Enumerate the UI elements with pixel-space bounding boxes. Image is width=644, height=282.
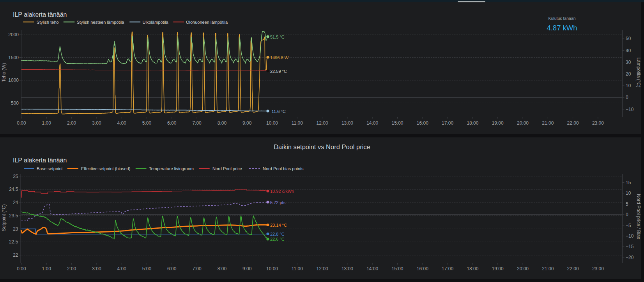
- svg-text:10:00: 10:00: [266, 266, 278, 271]
- svg-text:2:00: 2:00: [67, 120, 76, 126]
- svg-text:2:00: 2:00: [67, 266, 76, 271]
- svg-text:1:00: 1:00: [42, 120, 51, 126]
- svg-text:Olohuoneen lämpötila: Olohuoneen lämpötila: [186, 20, 228, 25]
- svg-text:1500: 1500: [8, 55, 19, 60]
- svg-text:4:00: 4:00: [117, 120, 127, 126]
- svg-text:Setpoint (°C): Setpoint (°C): [1, 204, 7, 231]
- svg-text:12:00: 12:00: [317, 266, 328, 271]
- svg-text:10: 10: [626, 83, 631, 88]
- svg-text:Kulutus tänään: Kulutus tänään: [548, 16, 575, 21]
- svg-text:20:00: 20:00: [517, 266, 529, 271]
- svg-text:0: 0: [626, 212, 628, 217]
- svg-text:20: 20: [626, 71, 631, 77]
- svg-text:23: 23: [13, 226, 18, 232]
- svg-text:17:00: 17:00: [442, 120, 453, 126]
- svg-text:8:00: 8:00: [218, 266, 227, 271]
- svg-text:13:00: 13:00: [341, 120, 353, 126]
- svg-text:ILP alakerta tänään: ILP alakerta tänään: [13, 157, 67, 164]
- svg-text:−10: −10: [626, 107, 634, 112]
- svg-text:19:00: 19:00: [492, 266, 504, 271]
- svg-text:7:00: 7:00: [192, 120, 202, 126]
- svg-text:23:00: 23:00: [592, 266, 604, 271]
- svg-text:6:00: 6:00: [167, 266, 177, 271]
- svg-text:5: 5: [626, 201, 628, 207]
- svg-text:14:00: 14:00: [366, 266, 378, 271]
- svg-text:Stylish nesteen lämpötila: Stylish nesteen lämpötila: [77, 20, 125, 25]
- svg-text:−5: −5: [626, 223, 631, 228]
- svg-text:22.5: 22.5: [9, 239, 18, 245]
- svg-text:8:00: 8:00: [218, 120, 227, 126]
- svg-text:Lämpötila (°C): Lämpötila (°C): [636, 58, 641, 88]
- svg-text:-11.6 °C: -11.6 °C: [270, 109, 286, 114]
- svg-text:24: 24: [13, 200, 18, 205]
- svg-text:0:00: 0:00: [17, 266, 26, 271]
- svg-text:50: 50: [626, 36, 631, 41]
- svg-text:0: 0: [626, 95, 628, 100]
- svg-text:15: 15: [626, 180, 631, 185]
- svg-text:22.8 °C: 22.8 °C: [270, 232, 285, 236]
- svg-text:Base setpoint: Base setpoint: [37, 166, 63, 171]
- svg-text:10:00: 10:00: [266, 120, 278, 126]
- svg-text:23:00: 23:00: [592, 120, 604, 126]
- svg-text:1:00: 1:00: [42, 266, 51, 271]
- svg-text:22:00: 22:00: [567, 120, 579, 126]
- svg-text:24.5: 24.5: [9, 187, 18, 192]
- svg-text:Nord Pool price: Nord Pool price: [212, 166, 242, 171]
- svg-text:−15: −15: [626, 244, 634, 249]
- svg-text:17:00: 17:00: [442, 266, 453, 271]
- svg-text:7:00: 7:00: [192, 266, 202, 271]
- svg-text:Nord Pool price / Bias: Nord Pool price / Bias: [636, 194, 641, 239]
- svg-text:1000: 1000: [8, 78, 19, 83]
- svg-text:21:00: 21:00: [542, 266, 554, 271]
- svg-text:Nord Pool bias points: Nord Pool bias points: [263, 166, 304, 171]
- svg-text:15:00: 15:00: [391, 120, 403, 126]
- svg-text:22.6 °C: 22.6 °C: [270, 237, 285, 241]
- svg-text:Stylish teho: Stylish teho: [37, 20, 59, 25]
- svg-text:22:00: 22:00: [567, 266, 579, 271]
- svg-text:4:00: 4:00: [117, 266, 127, 271]
- svg-text:10.92 c/kWh: 10.92 c/kWh: [270, 189, 294, 194]
- svg-text:11:00: 11:00: [292, 120, 303, 126]
- svg-text:ILP alakerta tänään: ILP alakerta tänään: [13, 11, 67, 18]
- svg-text:Effective setpoint (biased): Effective setpoint (biased): [81, 166, 130, 171]
- svg-text:−10: −10: [626, 233, 634, 239]
- svg-text:22.59 °C: 22.59 °C: [270, 69, 287, 74]
- svg-text:4.87 kWh: 4.87 kWh: [547, 24, 577, 32]
- svg-text:9:00: 9:00: [242, 266, 252, 271]
- svg-text:19:00: 19:00: [492, 120, 504, 126]
- svg-text:40: 40: [626, 48, 631, 53]
- svg-text:Daikin setpoint vs Nord Pool p: Daikin setpoint vs Nord Pool price: [274, 143, 370, 150]
- svg-text:21:00: 21:00: [542, 120, 554, 126]
- svg-text:5.72 pts: 5.72 pts: [270, 200, 286, 205]
- svg-text:18:00: 18:00: [467, 120, 478, 126]
- svg-text:500: 500: [11, 100, 19, 106]
- svg-text:5:00: 5:00: [142, 120, 152, 126]
- svg-text:5:00: 5:00: [142, 266, 152, 271]
- svg-text:23.5: 23.5: [9, 213, 18, 219]
- svg-text:30: 30: [626, 60, 631, 65]
- svg-text:14:00: 14:00: [366, 120, 378, 126]
- svg-text:0:00: 0:00: [17, 120, 26, 126]
- svg-text:Ulkolämpötila: Ulkolämpötila: [143, 20, 169, 25]
- svg-text:Teho (W): Teho (W): [1, 63, 7, 82]
- svg-text:23.14 °C: 23.14 °C: [270, 223, 287, 227]
- svg-text:18:00: 18:00: [467, 266, 478, 271]
- svg-text:20:00: 20:00: [517, 120, 529, 126]
- svg-text:11:00: 11:00: [292, 266, 303, 271]
- svg-text:13:00: 13:00: [341, 266, 353, 271]
- svg-text:25: 25: [13, 174, 18, 179]
- svg-text:10: 10: [626, 190, 631, 196]
- svg-text:16:00: 16:00: [417, 266, 428, 271]
- svg-text:−20: −20: [626, 255, 634, 260]
- svg-text:22: 22: [13, 252, 18, 258]
- svg-text:12:00: 12:00: [317, 120, 328, 126]
- svg-text:16:00: 16:00: [417, 120, 428, 126]
- svg-text:15:00: 15:00: [391, 266, 403, 271]
- svg-text:3:00: 3:00: [92, 120, 101, 126]
- svg-text:Temperature livingroom: Temperature livingroom: [149, 166, 194, 171]
- svg-text:1496.8 W: 1496.8 W: [270, 55, 289, 60]
- svg-text:9:00: 9:00: [242, 120, 252, 126]
- svg-text:3:00: 3:00: [92, 266, 101, 271]
- svg-text:2000: 2000: [8, 32, 19, 37]
- svg-text:51.5 °C: 51.5 °C: [270, 35, 285, 39]
